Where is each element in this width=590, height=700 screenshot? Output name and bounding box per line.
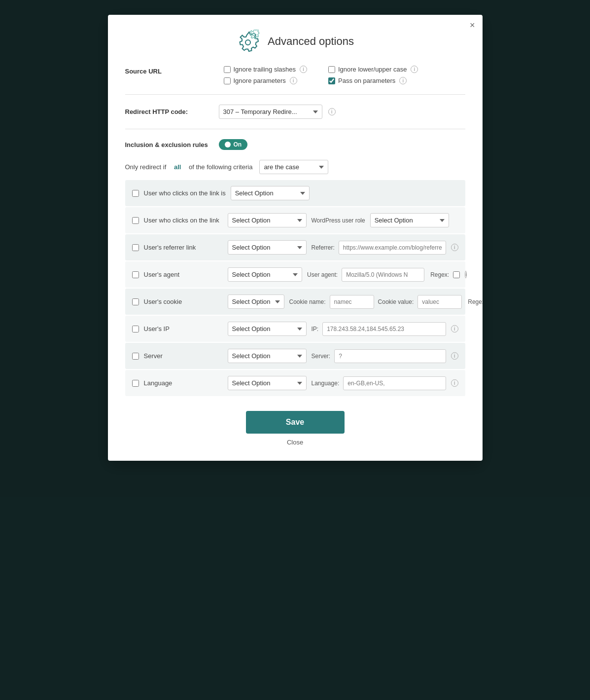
language-input[interactable] [343,376,446,390]
inclusion-toggle[interactable]: On [219,139,248,150]
ignore-parameters-label: Ignore parameters [234,77,286,84]
modal-footer: Save Close [125,411,465,446]
ignore-parameters-row[interactable]: Ignore parameters i [224,77,313,84]
rule-checkbox-referrer-link[interactable] [132,244,139,251]
inclusion-section-header: Inclusion & exclusion rules On [125,139,465,150]
pass-on-parameters-info-icon[interactable]: i [399,77,407,84]
server-info-icon[interactable]: i [451,352,458,360]
criteria-row: Only redirect if all of the following cr… [125,160,465,174]
cookie-name-input[interactable] [330,295,374,309]
ignore-trailing-info-icon[interactable]: i [300,66,307,73]
gear-icon [236,30,261,53]
rule-label-user-agent: User's agent [144,271,223,278]
redirect-http-code-section: Redirect HTTP code: 307 – Temporary Redi… [125,105,465,129]
redirect-http-label: Redirect HTTP code: [125,108,214,115]
rule-select-user-ip[interactable]: Select Option [228,322,307,336]
agent-input[interactable] [342,268,424,282]
rule-row-user-cookie: User's cookie Select Option Cookie name:… [125,289,465,315]
language-info-icon[interactable]: i [451,379,458,387]
referrer-extra: Referrer: i [312,241,458,255]
cookie-extra: Cookie name: Cookie value: Regex: i [289,295,475,309]
redirect-http-info-icon[interactable]: i [328,108,336,115]
rule-checkbox-language[interactable] [132,380,139,387]
rule-row-language: Language Select Option Language: i [125,370,465,396]
cookie-value-input[interactable] [417,295,462,309]
toggle-label: On [234,141,242,148]
rule-checkbox-user-agent[interactable] [132,271,139,278]
rule-select-user-clicks-is[interactable]: Select Option [231,186,310,200]
regex-checkbox-agent[interactable] [453,271,460,278]
ignore-lower-upper-checkbox[interactable] [328,66,335,73]
ignore-parameters-checkbox[interactable] [224,77,231,84]
rule-label-language: Language [144,379,223,387]
rule-checkbox-user-clicks-link[interactable] [132,217,139,224]
referrer-info-icon[interactable]: i [451,244,458,251]
criteria-highlight: all [174,163,181,171]
rule-label-user-ip: User's IP [144,325,223,332]
rule-select-user-cookie[interactable]: Select Option [228,295,284,309]
rule-row-user-agent: User's agent Select Option User agent: R… [125,261,465,288]
save-button[interactable]: Save [246,411,345,434]
wp-user-role-label: WordPress user role [312,217,365,224]
rule-row-user-clicks-is: User who clicks on the link is Select Op… [125,180,465,206]
ignore-trailing-slashes-row[interactable]: Ignore trailing slashes i [224,66,313,73]
rule-row-server: Server Select Option Server: i [125,343,465,369]
ignore-trailing-slashes-checkbox[interactable] [224,66,231,73]
modal-header: Advanced options [125,30,465,53]
toggle-dot [225,142,231,147]
ignore-lower-upper-label: Ignore lower/upper case [338,66,407,73]
source-url-options: Ignore trailing slashes i Ignore lower/u… [224,66,418,84]
rule-checkbox-server[interactable] [132,353,139,360]
agent-label: User agent: [307,271,338,278]
criteria-text2: of the following criteria [189,163,252,171]
language-extra: Language: i [312,376,458,390]
rule-label-referrer-link: User's referrer link [144,244,223,251]
svg-point-0 [245,40,250,45]
regex-label-agent: Regex: [430,271,449,278]
source-url-section: Source URL Ignore trailing slashes i Ign… [125,66,465,95]
close-link[interactable]: Close [287,439,303,446]
server-label: Server: [312,353,331,360]
rule-checkbox-user-ip[interactable] [132,326,139,332]
rule-select-user-agent[interactable]: Select Option [228,267,303,282]
source-url-label: Source URL [125,66,214,75]
ignore-lower-info-icon[interactable]: i [411,66,418,73]
ip-extra: IP: i [312,322,458,336]
ignore-parameters-info-icon[interactable]: i [290,77,297,84]
ignore-lower-upper-row[interactable]: Ignore lower/upper case i [328,66,418,73]
agent-info-icon[interactable]: i [465,271,467,278]
server-extra: Server: i [312,349,458,363]
rule-label-server: Server [144,352,223,360]
redirect-http-dropdown[interactable]: 307 – Temporary Redire... [219,105,322,119]
regex-label-cookie: Regex: [468,298,482,305]
agent-extra: User agent: Regex: i [307,268,458,282]
pass-on-parameters-row[interactable]: Pass on parameters i [328,77,418,84]
referrer-label: Referrer: [312,244,335,251]
rule-row-user-clicks-link: User who clicks on the link Select Optio… [125,207,465,233]
inclusion-label: Inclusion & exclusion rules [125,141,214,148]
rule-select-referrer-link[interactable]: Select Option [228,240,307,255]
svg-point-1 [253,34,255,36]
rule-row-user-ip: User's IP Select Option IP: i [125,316,465,342]
rule-select-server[interactable]: Select Option [228,349,307,363]
language-label: Language: [312,380,340,387]
rule-select-language[interactable]: Select Option [228,376,307,390]
criteria-dropdown[interactable]: are the case are not the case [259,160,328,174]
server-input[interactable] [334,349,446,363]
rule-checkbox-user-cookie[interactable] [132,298,139,305]
ip-info-icon[interactable]: i [451,325,458,332]
ip-input[interactable] [322,322,446,336]
pass-on-parameters-label: Pass on parameters [338,77,395,84]
rule-label-user-clicks-is: User who clicks on the link is [144,189,226,197]
rule-row-referrer-link: User's referrer link Select Option Refer… [125,234,465,260]
rule-select-user-clicks-link[interactable]: Select Option [228,213,307,227]
pass-on-parameters-checkbox[interactable] [328,77,335,84]
close-button[interactable]: × [470,21,475,30]
cookie-name-label: Cookie name: [289,298,326,305]
advanced-options-modal: × Advanced options [108,15,483,461]
criteria-text1: Only redirect if [125,163,167,171]
rule-select-wp-user-role[interactable]: Select Option [370,213,449,227]
modal-overlay: × Advanced options [0,0,590,700]
referrer-input[interactable] [339,241,446,255]
rule-checkbox-user-clicks-is[interactable] [132,190,139,197]
